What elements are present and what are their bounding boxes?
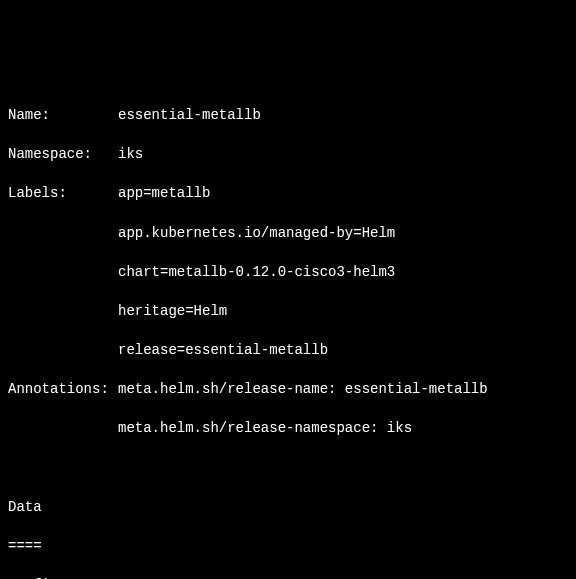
- labels-row: Labels:app=metallb: [8, 184, 568, 204]
- namespace-label: Namespace:: [8, 145, 118, 165]
- label-3: heritage=Helm: [118, 302, 568, 322]
- label-0: app=metallb: [118, 184, 210, 204]
- annotations-label: Annotations:: [8, 380, 118, 400]
- blank-1: [8, 459, 568, 479]
- labels-label: Labels:: [8, 184, 118, 204]
- label-2: chart=metallb-0.12.0-cisco3-helm3: [118, 263, 568, 283]
- annotations-row: Annotations:meta.helm.sh/release-name: e…: [8, 380, 568, 400]
- namespace-row: Namespace:iks: [8, 145, 568, 165]
- annotation-0: meta.helm.sh/release-name: essential-met…: [118, 380, 488, 400]
- name-label: Name:: [8, 106, 118, 126]
- terminal-output: Name:essential-metallb Namespace:iks Lab…: [8, 86, 568, 579]
- data-divider: ====: [8, 537, 568, 557]
- namespace-value: iks: [118, 145, 143, 165]
- annotation-1: meta.helm.sh/release-namespace: iks: [118, 419, 568, 439]
- label-1: app.kubernetes.io/managed-by=Helm: [118, 224, 568, 244]
- label-4: release=essential-metallb: [118, 341, 568, 361]
- name-value: essential-metallb: [118, 106, 261, 126]
- name-row: Name:essential-metallb: [8, 106, 568, 126]
- data-title: Data: [8, 498, 568, 518]
